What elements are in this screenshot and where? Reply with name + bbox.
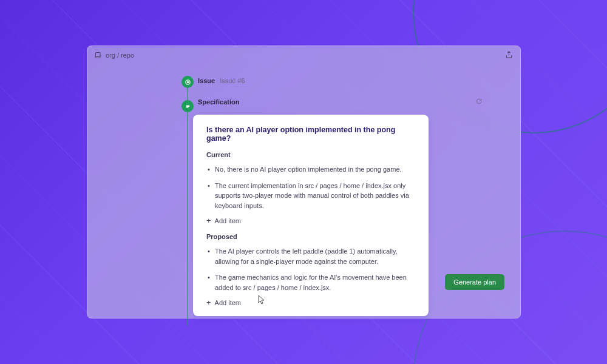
repo-path: org / repo [106, 52, 134, 59]
generate-plan-button[interactable]: Generate plan [445, 274, 504, 290]
spec-label: Specification [198, 98, 239, 106]
add-proposed-item[interactable]: + Add item [206, 298, 415, 306]
timeline-line [187, 76, 188, 326]
repo-icon [95, 52, 102, 59]
svg-point-2 [187, 81, 188, 83]
main-panel: org / repo Issue Issue #6 Specification … [87, 46, 521, 318]
current-list: No, there is no AI player option impleme… [206, 164, 415, 211]
proposed-label: Proposed [206, 233, 415, 240]
repo-breadcrumb[interactable]: org / repo [95, 52, 134, 59]
current-label: Current [206, 151, 415, 158]
spec-row: Specification [198, 98, 496, 106]
issue-ref: Issue #6 [220, 77, 245, 84]
refresh-icon[interactable] [475, 98, 483, 106]
list-item: The current implementation in src / page… [206, 181, 415, 211]
proposed-list: The AI player controls the left paddle (… [206, 246, 415, 292]
plus-icon: + [206, 298, 211, 306]
list-item: The AI player controls the left paddle (… [206, 246, 415, 266]
spec-title: Is there an AI player option implemented… [206, 126, 415, 143]
issue-label: Issue [198, 77, 215, 84]
add-item-label: Add item [215, 217, 241, 224]
spec-node-icon [181, 100, 194, 112]
add-current-item[interactable]: + Add item [206, 217, 415, 224]
plus-icon: + [206, 217, 211, 224]
issue-node-icon [181, 76, 194, 88]
panel-header: org / repo [87, 46, 520, 64]
issue-row[interactable]: Issue Issue #6 [198, 77, 496, 84]
add-item-label: Add item [215, 299, 241, 306]
svg-rect-0 [96, 52, 101, 58]
list-item: No, there is no AI player option impleme… [206, 164, 415, 175]
list-item: The game mechanics and logic for the AI'… [206, 272, 415, 292]
specification-card: Is there an AI player option implemented… [193, 115, 429, 316]
share-icon[interactable] [505, 51, 513, 59]
